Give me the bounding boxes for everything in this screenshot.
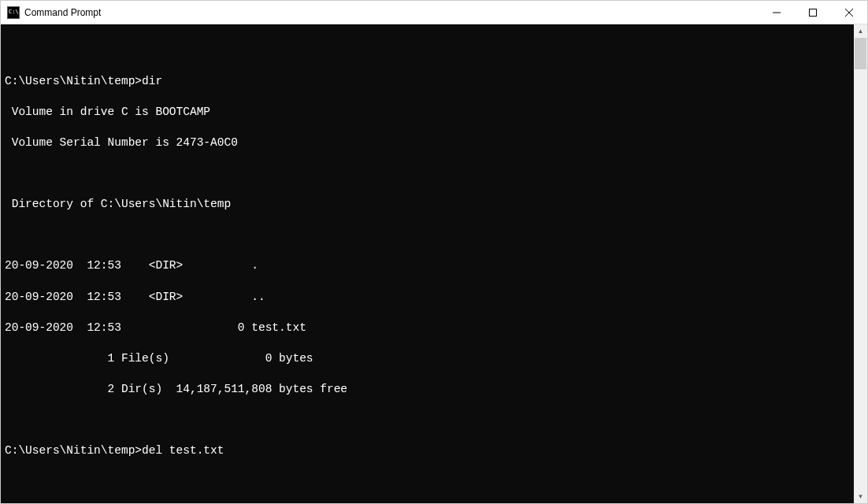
terminal-output[interactable]: C:\Users\Nitin\temp>dir Volume in drive … (1, 24, 854, 503)
close-icon (845, 9, 853, 17)
scrollbar-thumb[interactable] (855, 38, 866, 69)
terminal-line: C:\Users\Nitin\temp>dir (5, 74, 850, 90)
terminal-line: 2 Dir(s) 14,187,511,808 bytes free (5, 382, 850, 398)
vertical-scrollbar[interactable]: ▲ ▼ (854, 24, 867, 503)
window-titlebar: Command Prompt (1, 1, 867, 24)
cmd-icon (7, 6, 20, 19)
terminal-line: 20-09-2020 12:53 <DIR> . (5, 258, 850, 274)
terminal-line (5, 43, 850, 59)
minimize-icon (773, 9, 781, 17)
window-title: Command Prompt (24, 7, 759, 18)
terminal-line: Directory of C:\Users\Nitin\temp (5, 197, 850, 213)
scroll-down-arrow[interactable]: ▼ (854, 490, 867, 503)
terminal-line: 1 File(s) 0 bytes (5, 351, 850, 367)
window-controls (759, 1, 867, 24)
command-text: del test.txt (142, 444, 224, 457)
maximize-button[interactable] (795, 1, 831, 24)
scroll-up-arrow[interactable]: ▲ (854, 24, 867, 38)
svg-rect-1 (810, 9, 817, 16)
terminal-line (5, 228, 850, 243)
terminal-line (5, 413, 850, 428)
terminal-line: 20-09-2020 12:53 <DIR> .. (5, 290, 850, 306)
terminal-line (5, 474, 850, 490)
close-button[interactable] (831, 1, 867, 24)
command-text: dir (142, 75, 162, 87)
prompt: C:\Users\Nitin\temp> (5, 444, 142, 457)
terminal-line: Volume Serial Number is 2473-A0C0 (5, 135, 850, 151)
minimize-button[interactable] (759, 1, 795, 24)
terminal-wrapper: C:\Users\Nitin\temp>dir Volume in drive … (1, 24, 867, 503)
terminal-line: C:\Users\Nitin\temp>del test.txt (5, 443, 850, 459)
prompt: C:\Users\Nitin\temp> (5, 75, 142, 87)
terminal-line (5, 166, 850, 182)
terminal-line: 20-09-2020 12:53 0 test.txt (5, 321, 850, 336)
terminal-line: Volume in drive C is BOOTCAMP (5, 105, 850, 120)
maximize-icon (809, 9, 817, 17)
